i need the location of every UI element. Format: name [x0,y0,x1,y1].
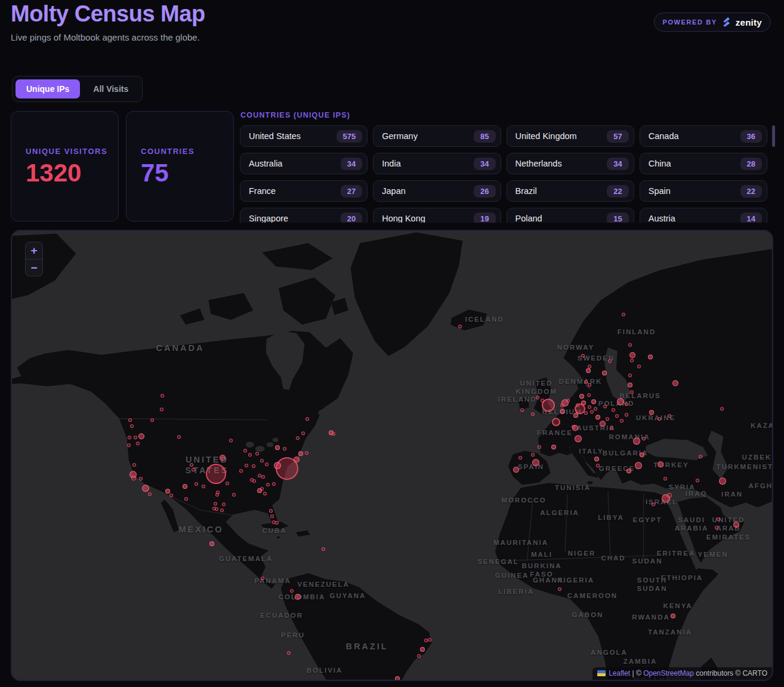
ping-marker[interactable] [720,407,724,411]
country-row[interactable]: India34 [373,153,501,174]
ping-marker[interactable] [633,438,640,445]
ping-marker[interactable] [620,419,624,423]
ping-marker[interactable] [202,485,205,488]
ping-marker[interactable] [283,447,286,451]
ping-marker[interactable] [612,408,615,412]
ping-marker[interactable] [183,484,187,489]
ping-marker[interactable] [615,414,619,418]
ping-marker[interactable] [177,435,181,439]
country-row[interactable]: Germany85 [373,125,501,147]
ping-marker[interactable] [209,541,214,546]
ping-marker[interactable] [603,405,607,408]
ping-marker[interactable] [719,477,726,485]
country-row[interactable]: Japan26 [373,180,501,202]
ping-marker[interactable] [428,638,431,642]
ping-marker[interactable] [671,614,675,618]
ping-marker[interactable] [581,354,585,358]
ping-marker[interactable] [260,459,264,463]
country-row[interactable]: Australia34 [240,153,368,174]
ping-marker[interactable] [595,415,600,420]
zoom-in-button[interactable]: + [26,242,42,259]
ping-marker[interactable] [596,464,600,467]
ping-marker[interactable] [696,479,699,482]
ping-marker[interactable] [136,442,140,445]
ping-marker[interactable] [195,482,198,486]
ping-marker[interactable] [717,517,720,521]
ping-marker[interactable] [128,436,131,439]
ping-marker[interactable] [573,413,578,418]
ping-marker[interactable] [127,443,131,447]
ping-marker[interactable] [265,463,268,466]
ping-marker[interactable] [160,394,164,398]
ping-marker[interactable] [148,492,152,496]
ping-marker[interactable] [305,417,309,421]
country-row[interactable]: United States575 [240,125,368,147]
ping-marker[interactable] [560,403,564,407]
ping-marker[interactable] [220,455,226,461]
tab-all-visits[interactable]: All Visits [82,79,139,98]
ping-marker[interactable] [255,452,259,455]
ping-marker[interactable] [536,396,539,399]
osm-link[interactable]: OpenStreetMap [643,669,694,677]
ping-marker[interactable] [628,383,632,387]
ping-marker[interactable] [305,451,308,455]
ping-marker[interactable] [630,359,634,362]
ping-marker[interactable] [668,414,671,418]
ping-marker[interactable] [531,453,535,457]
ping-marker[interactable] [667,493,672,498]
ping-marker[interactable] [649,410,654,415]
ping-marker[interactable] [142,485,149,492]
ping-marker[interactable] [572,425,578,431]
country-row[interactable]: Canada36 [640,125,767,147]
ping-marker[interactable] [581,401,586,405]
ping-marker[interactable] [594,407,597,411]
ping-marker[interactable] [150,418,154,422]
country-row[interactable]: France27 [240,180,368,202]
ping-marker[interactable] [252,479,256,483]
ping-marker[interactable] [584,380,588,384]
ping-marker[interactable] [591,399,596,404]
ping-marker[interactable] [552,418,560,426]
ping-marker[interactable] [269,509,273,513]
ping-marker[interactable] [206,464,226,484]
ping-marker[interactable] [128,418,132,422]
ping-marker[interactable] [642,437,646,440]
ping-marker[interactable] [301,432,305,435]
country-row[interactable]: Poland15 [507,208,634,223]
ping-marker[interactable] [518,456,522,460]
ping-marker[interactable] [298,451,303,456]
country-row[interactable]: Austria14 [640,208,767,223]
ping-marker[interactable] [215,507,218,511]
ping-marker[interactable] [588,383,591,387]
country-row[interactable]: China28 [640,153,767,174]
ping-marker[interactable] [239,469,243,473]
ping-marker[interactable] [165,489,170,494]
ping-marker[interactable] [575,435,582,442]
ping-marker[interactable] [625,413,628,417]
ping-marker[interactable] [622,313,625,316]
ping-marker[interactable] [287,651,291,655]
ping-marker[interactable] [296,436,300,440]
ping-marker[interactable] [630,390,634,394]
map[interactable]: CANADAUNITED STATESMEXICOBRAZILICELANDFI… [11,230,773,681]
ping-marker[interactable] [226,482,229,485]
ping-marker[interactable] [138,433,144,439]
leaflet-link[interactable]: Leaflet [609,669,630,677]
ping-marker[interactable] [626,469,631,473]
country-row[interactable]: Brazil22 [507,180,634,202]
countries-scrollbar[interactable] [772,125,775,147]
ping-marker[interactable] [594,457,599,461]
ping-marker[interactable] [248,453,252,457]
ping-marker[interactable] [294,457,300,463]
ping-marker[interactable] [232,493,236,497]
ping-marker[interactable] [715,526,718,529]
ping-marker[interactable] [551,445,556,449]
ping-marker[interactable] [640,452,644,457]
ping-marker[interactable] [272,482,276,486]
ping-marker[interactable] [733,522,739,528]
ping-marker[interactable] [606,417,609,421]
country-row[interactable]: United Kingdom57 [507,125,634,147]
ping-marker[interactable] [610,426,613,430]
ping-marker[interactable] [215,493,219,497]
ping-marker[interactable] [132,463,136,467]
